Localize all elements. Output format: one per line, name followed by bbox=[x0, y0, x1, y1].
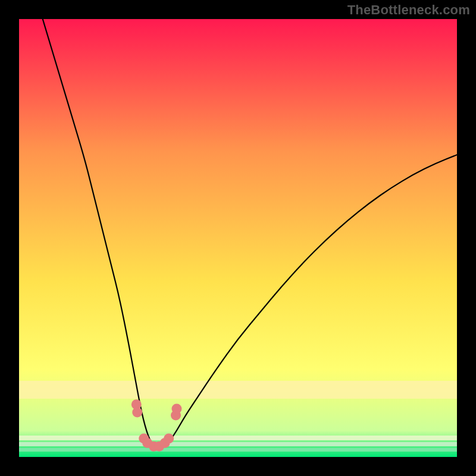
curve-marker bbox=[164, 434, 174, 444]
pale-band-3 bbox=[19, 442, 457, 446]
pale-band-1 bbox=[19, 381, 457, 399]
curve-marker bbox=[171, 404, 181, 414]
watermark-text: TheBottleneck.com bbox=[347, 2, 470, 18]
chart-stage: TheBottleneck.com bbox=[0, 0, 476, 476]
pale-band-4 bbox=[19, 448, 457, 452]
curve-marker bbox=[132, 407, 142, 417]
chart-plot-area bbox=[19, 19, 457, 457]
pale-band-2 bbox=[19, 436, 457, 440]
chart-svg bbox=[19, 19, 457, 457]
